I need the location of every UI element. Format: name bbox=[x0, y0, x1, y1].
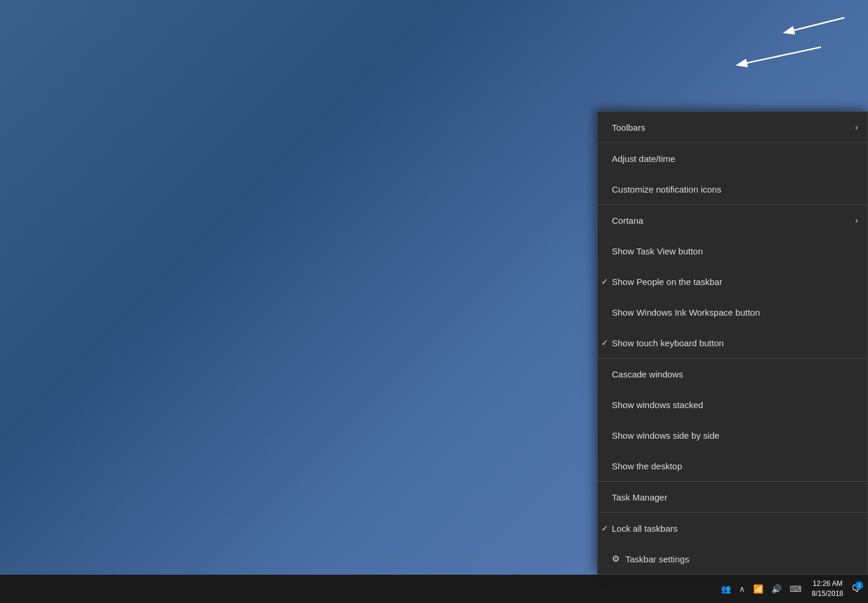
touch-keyboard-icon[interactable]: ⌨ bbox=[787, 583, 804, 595]
menu-item-show-stacked[interactable]: Show windows stacked bbox=[598, 389, 867, 420]
show-ink-workspace-label: Show Windows Ink Workspace button bbox=[612, 307, 760, 317]
customize-notifications-label: Customize notification icons bbox=[612, 184, 721, 194]
show-desktop-label: Show the desktop bbox=[612, 461, 682, 471]
taskbar-right-area: 👥 ∧ 📶 🔊 ⌨ 12:26 AM 8/15/2018 🗨 2 bbox=[718, 579, 866, 599]
people-icon[interactable]: 👥 bbox=[718, 583, 733, 595]
lock-taskbars-checkmark: ✓ bbox=[601, 524, 608, 533]
taskbar-context-menu: Toolbars › Adjust date/time Customize no… bbox=[597, 111, 868, 575]
show-hidden-icons-button[interactable]: ∧ bbox=[737, 583, 747, 595]
show-side-by-side-label: Show windows side by side bbox=[612, 430, 720, 440]
menu-item-show-touch-keyboard[interactable]: ✓ Show touch keyboard button bbox=[598, 327, 867, 358]
clock-date: 8/15/2018 bbox=[812, 589, 843, 599]
menu-item-task-manager[interactable]: Task Manager bbox=[598, 482, 867, 512]
volume-icon[interactable]: 🔊 bbox=[769, 583, 784, 595]
taskbar: 👥 ∧ 📶 🔊 ⌨ 12:26 AM 8/15/2018 🗨 2 bbox=[0, 575, 868, 603]
menu-item-show-ink-workspace[interactable]: Show Windows Ink Workspace button bbox=[598, 297, 867, 327]
menu-item-cortana[interactable]: Cortana › bbox=[598, 205, 867, 236]
cortana-label: Cortana bbox=[612, 216, 643, 226]
menu-item-show-people[interactable]: ✓ Show People on the taskbar bbox=[598, 266, 867, 297]
menu-item-customize-notifications[interactable]: Customize notification icons bbox=[598, 174, 867, 204]
task-manager-label: Task Manager bbox=[612, 492, 667, 502]
menu-item-taskbar-settings[interactable]: ⚙ Taskbar settings bbox=[598, 544, 867, 574]
toolbars-label: Toolbars bbox=[612, 122, 645, 132]
show-stacked-label: Show windows stacked bbox=[612, 400, 703, 410]
cortana-arrow-icon: › bbox=[855, 216, 858, 225]
arrow-icon: › bbox=[855, 122, 858, 132]
show-people-label: Show People on the taskbar bbox=[612, 277, 723, 287]
menu-item-show-task-view[interactable]: Show Task View button bbox=[598, 236, 867, 266]
clock-area[interactable]: 12:26 AM 8/15/2018 bbox=[807, 579, 848, 599]
lock-taskbars-label: Lock all taskbars bbox=[612, 524, 678, 534]
menu-item-cascade-windows[interactable]: Cascade windows bbox=[598, 359, 867, 389]
show-touch-keyboard-label: Show touch keyboard button bbox=[612, 338, 724, 348]
network-icon[interactable]: 📶 bbox=[751, 583, 766, 595]
notification-area[interactable]: 🗨 2 bbox=[852, 584, 861, 594]
menu-item-lock-taskbars[interactable]: ✓ Lock all taskbars bbox=[598, 513, 867, 544]
clock-time: 12:26 AM bbox=[813, 579, 843, 589]
menu-item-toolbars[interactable]: Toolbars › bbox=[598, 112, 867, 143]
taskbar-settings-label: Taskbar settings bbox=[625, 554, 689, 564]
menu-item-show-side-by-side[interactable]: Show windows side by side bbox=[598, 420, 867, 450]
cascade-windows-label: Cascade windows bbox=[612, 369, 683, 379]
show-touch-keyboard-checkmark: ✓ bbox=[601, 338, 608, 347]
menu-item-show-desktop[interactable]: Show the desktop bbox=[598, 450, 867, 481]
menu-item-adjust-datetime[interactable]: Adjust date/time bbox=[598, 143, 867, 174]
adjust-datetime-label: Adjust date/time bbox=[612, 154, 675, 164]
notification-count: 2 bbox=[855, 581, 863, 589]
gear-icon: ⚙ bbox=[612, 554, 619, 564]
show-people-checkmark: ✓ bbox=[601, 277, 608, 286]
show-task-view-label: Show Task View button bbox=[612, 246, 703, 256]
